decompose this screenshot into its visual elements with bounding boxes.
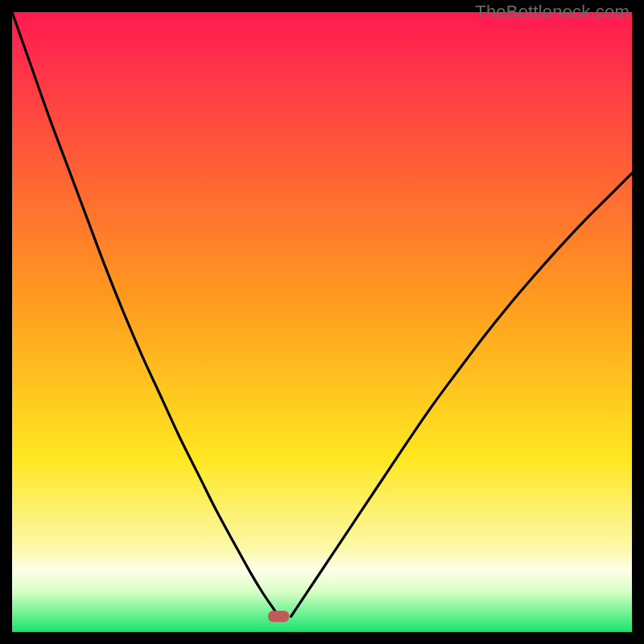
optimal-marker xyxy=(268,611,289,622)
gradient-background xyxy=(12,12,632,632)
watermark-text: TheBottleneck.com xyxy=(475,2,630,23)
bottleneck-chart xyxy=(12,12,632,632)
chart-frame xyxy=(12,12,632,632)
